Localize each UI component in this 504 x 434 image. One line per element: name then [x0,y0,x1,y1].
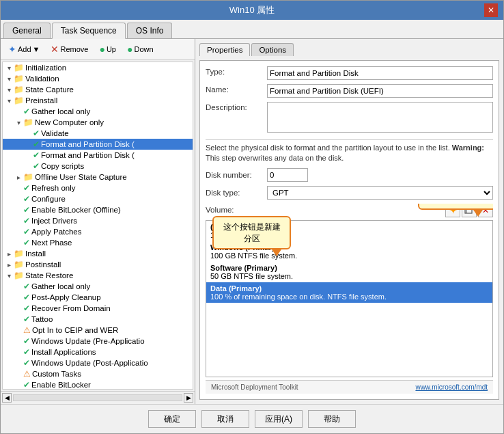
folder-icon: 📁 [14,260,24,269]
tree-item[interactable]: ▾📁Validation [3,73,193,84]
tree-item-label: Opt In to CEIP and WER [32,326,118,334]
tree-item-label: State Restore [25,271,73,280]
tree-item-label: Refresh only [31,184,76,192]
volume-item[interactable]: (MSR)128 MB [206,221,492,241]
tree-item[interactable]: ✔Install Applications [3,347,193,357]
check-icon: ✔ [23,205,30,215]
tree-item[interactable]: ✔Recover From Domain [3,303,193,314]
tree-item-label: Windows Update (Pre-Applicatio [31,337,145,345]
footer-link[interactable]: www.microsoft.com/mdt [415,383,488,391]
tree-item[interactable]: ✔Gather local only [3,106,193,117]
volume-item[interactable]: Data (Primary)100 % of remaining space o… [206,282,492,303]
volume-list[interactable]: (MSR)128 MBWindows (Primary)100 GB NTFS … [206,220,493,377]
expand-icon: ▸ [4,261,14,269]
scroll-left-btn[interactable]: ◀ [2,393,12,403]
apply-button[interactable]: 应用(A) [255,410,303,428]
left-toolbar: ✦ Add ▼ ✕ Remove ● Up ● Down [1,39,195,60]
tree-item[interactable]: ⚠Opt In to CEIP and WER [3,325,193,336]
tree-item[interactable]: ▾📁State Capture [3,84,193,95]
tree-item-label: Tattoo [31,315,53,323]
tree-item[interactable]: ⚠Custom Tasks [3,368,193,379]
tree-item-label: Preinstall [25,96,57,105]
ok-button[interactable]: 确定 [148,410,196,428]
tree-item[interactable]: ✔Apply Patches [3,226,193,237]
disk-type-select[interactable]: GPT MBR [267,186,493,200]
volume-add-button[interactable]: ✦ [445,204,460,217]
volume-item[interactable]: Software (Primary)50 GB NTFS file system… [206,262,492,282]
volume-delete-button[interactable]: ✕ [478,204,493,217]
tree-item[interactable]: ✔Format and Partition Disk ( [3,150,193,161]
tree-item[interactable]: ✔Enable BitLocker (Offline) [3,204,193,215]
tree-item-label: Configure [31,195,66,203]
check-icon: ✔ [33,139,40,149]
folder-icon: 📁 [14,96,24,105]
check-icon: ✔ [33,150,40,160]
scroll-right-btn[interactable]: ▶ [184,393,193,403]
description-input[interactable] [267,102,493,133]
folder-icon: 📁 [14,85,24,94]
tree-item[interactable]: ▾📁State Restore [3,270,193,281]
tree-item-label: Validation [25,74,59,83]
tree-item-label: Install Applications [31,348,96,356]
tree-item-label: Custom Tasks [32,370,81,378]
name-label: Name: [206,84,267,94]
footer-bar: Microsoft Deployment Toolkit www.microso… [206,380,493,394]
tab-general[interactable]: General [3,23,51,38]
folder-icon: 📁 [23,172,33,182]
check-icon: ✔ [23,216,30,226]
tree-item[interactable]: ✔Inject Drivers [3,215,193,226]
tree-item-label: Format and Partition Disk ( [41,151,135,159]
horizontal-scroll-track[interactable] [13,394,182,401]
tree-item[interactable]: ✔Refresh only [3,182,193,193]
tree-item[interactable]: ✔Configure [3,193,193,204]
tree-item[interactable]: ▾📁New Computer only [3,117,193,128]
tree-item[interactable]: ✔Enable BitLocker [3,379,193,390]
type-label: Type: [206,66,267,76]
close-button[interactable]: ✕ [484,3,498,17]
tab-properties[interactable]: Properties [199,43,250,56]
remove-label: Remove [60,45,88,53]
tree-item[interactable]: ✔Validate [3,128,193,139]
tree-item[interactable]: ✔Tattoo [3,314,193,325]
check-icon: ✔ [23,238,30,247]
tab-options[interactable]: Options [251,43,294,56]
tree-item[interactable]: ✔Copy scripts [3,161,193,172]
check-icon: ✔ [23,194,30,204]
tree-item[interactable]: ▸📁Offline User State Capture [3,172,193,182]
volume-name: Software (Primary) [210,264,488,272]
volume-item[interactable]: Windows (Primary)100 GB NTFS file system… [206,241,492,262]
cancel-button[interactable]: 取消 [201,410,249,428]
tree-scrollbar[interactable]: ◀ ▶ [1,391,195,404]
tree-item-label: Gather local only [31,282,90,290]
tree-item[interactable]: ▸📁Postinstall [3,259,193,270]
task-tree[interactable]: ▾📁Initialization▾📁Validation▾📁State Capt… [2,62,193,390]
tree-item[interactable]: ✔Format and Partition Disk ( [3,139,193,150]
tree-item[interactable]: ✔Next Phase [3,237,193,248]
tab-task-sequence[interactable]: Task Sequence [52,23,126,39]
volume-detail: 100 % of remaining space on disk. NTFS f… [210,293,488,301]
window-title: Win10 属性 [20,4,484,16]
tree-item[interactable]: ✔Gather local only [3,281,193,292]
tree-item[interactable]: ✔Windows Update (Pre-Applicatio [3,336,193,347]
disk-number-input[interactable] [267,168,308,182]
tree-item[interactable]: ▾📁Preinstall [3,95,193,106]
volume-edit-button[interactable] [462,204,477,217]
tree-item[interactable]: ✔Post-Apply Cleanup [3,292,193,303]
up-button[interactable]: ● Up [94,42,121,57]
props-tab-bar: Properties Options [199,43,499,56]
disk-type-row: Disk type: GPT MBR [206,186,493,200]
remove-button[interactable]: ✕ Remove [46,42,93,57]
type-input[interactable] [267,66,493,80]
tree-item[interactable]: ✔Windows Update (Post-Applicatio [3,357,193,368]
help-button[interactable]: 帮助 [308,410,356,428]
tab-os-info[interactable]: OS Info [127,23,173,38]
props-content: Type: Name: Description: Select the phys… [199,60,499,400]
name-input[interactable] [267,84,493,98]
check-icon: ✔ [23,314,30,324]
tree-item[interactable]: ▾📁Initialization [3,62,193,73]
add-button[interactable]: ✦ Add ▼ [3,42,44,57]
tree-item[interactable]: ▸📁Install [3,248,193,259]
up-icon: ● [99,44,104,55]
check-icon: ✔ [23,183,30,193]
down-button[interactable]: ● Down [122,42,158,57]
